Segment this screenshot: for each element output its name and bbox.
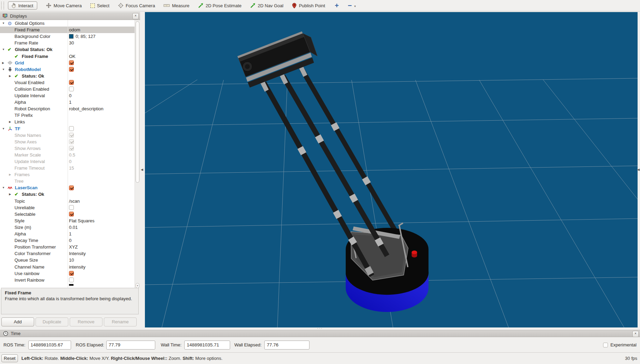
expander-down-icon[interactable]: ▼ xyxy=(2,127,8,130)
remove-tool-button[interactable]: − ▾ xyxy=(348,2,356,9)
tool-publish-point[interactable]: Publish Point xyxy=(292,3,325,9)
expander-down-icon[interactable]: ▼ xyxy=(2,22,8,25)
row-checkbox[interactable] xyxy=(69,87,74,91)
tool-interact[interactable]: Interact xyxy=(8,1,37,10)
tree-row[interactable]: Alpha1 xyxy=(0,231,135,237)
tree-row[interactable]: Color TransformerIntensity xyxy=(0,250,135,257)
row-value[interactable]: intensity xyxy=(69,264,86,270)
tree-row[interactable]: Invert Rainbow xyxy=(0,277,135,283)
tree-row[interactable]: Frame Rate30 xyxy=(0,40,135,46)
right-panel-splitter[interactable]: ◀ xyxy=(638,12,640,327)
toolbar-drag-handle[interactable] xyxy=(1,2,4,9)
tree-row[interactable]: Show Names xyxy=(0,132,135,139)
ros-elapsed-input[interactable] xyxy=(106,341,155,350)
row-checkbox[interactable] xyxy=(69,126,74,131)
add-tool-button[interactable]: + xyxy=(335,2,339,9)
experimental-checkbox[interactable] xyxy=(603,343,608,347)
tree-row[interactable]: Size (m)0.01 xyxy=(0,224,135,231)
row-value[interactable]: Intensity xyxy=(69,251,86,256)
tool-measure[interactable]: Measure xyxy=(164,3,189,8)
tree-row[interactable]: Collision Enabled xyxy=(0,86,135,92)
tree-row[interactable]: Topic/scan xyxy=(0,198,135,204)
tool-2d-nav-goal[interactable]: 2D Nav Goal xyxy=(250,3,283,8)
tree-row[interactable]: Robot Descriptionrobot_description xyxy=(0,105,135,112)
expander-right-icon[interactable]: ▶ xyxy=(2,61,8,64)
tool-select[interactable]: Select xyxy=(90,3,109,8)
tree-row[interactable]: ▼LaserScan xyxy=(0,184,135,191)
row-value[interactable]: 0.5 xyxy=(69,152,75,158)
row-checkbox[interactable] xyxy=(69,212,74,216)
panel-splitter[interactable]: ◀ xyxy=(140,12,145,327)
tool-2d-pose-estimate[interactable]: 2D Pose Estimate xyxy=(198,3,242,8)
color-swatch[interactable] xyxy=(69,34,73,39)
displays-tree[interactable]: ▼⚙Global OptionsFixed FrameodomBackgroun… xyxy=(0,20,135,290)
tree-row[interactable]: ▼RobotModel xyxy=(0,66,135,73)
chevron-down-icon[interactable]: ▾ xyxy=(354,4,356,8)
3d-viewport[interactable] xyxy=(145,12,638,327)
expander-right-icon[interactable]: ▶ xyxy=(9,74,14,78)
scrollbar-thumb[interactable] xyxy=(136,21,139,183)
tree-row[interactable]: ▶Links xyxy=(0,119,135,125)
row-value[interactable]: 15 xyxy=(69,165,74,171)
tree-row[interactable]: Fixed Frameodom xyxy=(0,27,135,33)
tool-move-camera[interactable]: Move Camera xyxy=(46,3,82,8)
tree-scrollbar[interactable]: ▾ xyxy=(135,20,140,290)
row-value[interactable]: 0 xyxy=(69,238,71,243)
tree-row[interactable]: Unreliable xyxy=(0,204,135,211)
row-checkbox[interactable] xyxy=(69,205,74,210)
tree-row[interactable]: ▼TF xyxy=(0,125,135,132)
tree-row[interactable]: Selectable xyxy=(0,211,135,218)
tree-row[interactable]: Show Arrows xyxy=(0,145,135,152)
expander-right-icon[interactable]: ▶ xyxy=(9,173,14,176)
expander-down-icon[interactable]: ▼ xyxy=(2,68,8,71)
tree-row[interactable]: StyleFlat Squares xyxy=(0,218,135,224)
row-checkbox[interactable] xyxy=(69,185,74,190)
expander-right-icon[interactable]: ▶ xyxy=(9,120,14,123)
viewport-splitter[interactable]: ··· xyxy=(0,327,640,330)
tool-focus-camera[interactable]: Focus Camera xyxy=(118,3,155,8)
row-value[interactable]: 1 xyxy=(69,231,71,236)
tree-row[interactable]: Tree xyxy=(0,178,135,184)
tree-row[interactable]: ✔Fixed FrameOK xyxy=(0,53,135,59)
row-checkbox[interactable] xyxy=(69,271,74,276)
row-value[interactable]: odom xyxy=(69,27,80,32)
tree-row[interactable]: ▶Frames xyxy=(0,171,135,178)
tree-row[interactable]: Use rainbow xyxy=(0,270,135,277)
row-checkbox[interactable] xyxy=(69,80,74,85)
row-value[interactable]: Flat Squares xyxy=(69,218,95,223)
row-value[interactable]: 30 xyxy=(69,40,74,46)
expander-down-icon[interactable]: ▼ xyxy=(2,48,8,51)
displays-panel-close-button[interactable]: × xyxy=(132,13,139,19)
tree-row[interactable]: Show Axes xyxy=(0,139,135,145)
row-checkbox[interactable] xyxy=(69,67,74,72)
tree-row[interactable]: TF Prefix xyxy=(0,112,135,119)
scrollbar-down-arrow-icon[interactable]: ▾ xyxy=(136,283,139,288)
row-value[interactable]: 10 xyxy=(69,257,74,263)
tree-row[interactable]: Alpha1 xyxy=(0,99,135,105)
tree-row[interactable]: Frame Timeout15 xyxy=(0,165,135,171)
tree-row[interactable]: Marker Scale0.5 xyxy=(0,152,135,158)
tree-row[interactable]: Visual Enabled xyxy=(0,79,135,86)
row-value[interactable]: 0 xyxy=(69,159,71,164)
splitter-collapse-icon[interactable]: ◀ xyxy=(141,168,143,171)
tree-row[interactable]: Position TransformerXYZ xyxy=(0,244,135,250)
tree-row[interactable]: Update Interval0 xyxy=(0,92,135,99)
tree-row[interactable]: ▶✔Status: Ok xyxy=(0,191,135,198)
row-checkbox[interactable] xyxy=(69,60,74,65)
wall-time-input[interactable] xyxy=(184,341,230,350)
expander-right-icon[interactable]: ▶ xyxy=(9,193,14,196)
tree-row[interactable]: Background Color0; 85; 127 xyxy=(0,33,135,40)
tree-row[interactable]: ▶Grid xyxy=(0,60,135,66)
tree-row[interactable]: ▶✔Status: Ok xyxy=(0,73,135,79)
splitter-collapse-icon[interactable]: ◀ xyxy=(637,168,640,171)
row-value[interactable]: robot_description xyxy=(69,106,104,111)
row-value[interactable]: 0 xyxy=(69,93,71,98)
tree-row[interactable]: Queue Size10 xyxy=(0,257,135,263)
row-value[interactable]: 0.01 xyxy=(69,225,78,230)
tree-row[interactable]: Decay Time0 xyxy=(0,237,135,244)
row-value[interactable]: 0; 85; 127 xyxy=(76,34,96,39)
reset-button[interactable]: Reset xyxy=(1,354,18,362)
row-value[interactable]: /scan xyxy=(69,199,80,204)
row-checkbox[interactable] xyxy=(69,277,74,282)
tree-row[interactable]: ▼✔Global Status: Ok xyxy=(0,46,135,53)
